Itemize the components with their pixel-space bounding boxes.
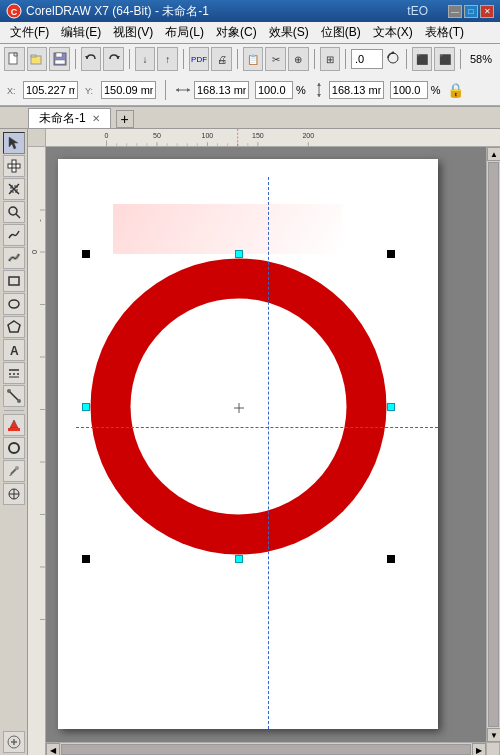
snap-btn[interactable]: ⊞ (320, 47, 341, 71)
menu-layout[interactable]: 布局(L) (159, 22, 210, 43)
handle-tl[interactable] (82, 250, 90, 258)
svg-point-41 (9, 443, 19, 453)
handle-bc[interactable] (235, 555, 243, 563)
polygon-tool[interactable] (3, 316, 25, 338)
svg-text:X:: X: (7, 86, 16, 96)
new-btn[interactable] (4, 47, 25, 71)
parallel-tool[interactable] (3, 362, 25, 384)
scroll-up-btn[interactable]: ▲ (487, 147, 500, 161)
tab-close-icon[interactable]: ✕ (92, 113, 100, 124)
rotation-input[interactable] (351, 49, 383, 69)
separator-line (4, 410, 24, 411)
close-btn[interactable]: ✕ (480, 5, 494, 18)
width-input[interactable] (194, 81, 249, 99)
tab-unnamed1[interactable]: 未命名-1 ✕ (28, 108, 111, 128)
svg-rect-30 (9, 277, 19, 285)
y-icon: Y: (84, 83, 98, 97)
undo-btn[interactable] (81, 47, 102, 71)
align2-btn[interactable]: ⬛ (434, 47, 455, 71)
handle-tc[interactable] (235, 250, 243, 258)
height-icon (312, 82, 326, 98)
svg-text:-: - (36, 219, 44, 222)
scroll-down-btn[interactable]: ▼ (487, 728, 500, 742)
align-btn[interactable]: ⬛ (412, 47, 433, 71)
lock-ratio-btn[interactable]: 🔒 (447, 82, 464, 98)
canvas-area[interactable]: 0 50 100 150 200 (28, 129, 500, 755)
background-shape (113, 204, 343, 254)
interactive-tool[interactable] (3, 483, 25, 505)
print-btn[interactable]: 🖨 (211, 47, 232, 71)
eyedropper-tool[interactable] (3, 460, 25, 482)
redo-btn[interactable] (103, 47, 124, 71)
scroll-thumb-h[interactable] (61, 744, 471, 755)
svg-text:200: 200 (302, 133, 314, 140)
outline-tool[interactable] (3, 437, 25, 459)
handle-tr[interactable] (387, 250, 395, 258)
title-controls[interactable]: — □ ✕ (448, 5, 494, 18)
handle-lc[interactable] (82, 403, 90, 411)
selector-tool[interactable] (3, 132, 25, 154)
svg-point-38 (7, 389, 11, 393)
crop-tool[interactable] (3, 178, 25, 200)
menu-file[interactable]: 文件(F) (4, 22, 55, 43)
scroll-thumb-v[interactable] (488, 162, 499, 727)
guide-vertical (268, 177, 269, 729)
zoom-tool[interactable] (3, 201, 25, 223)
pct1-label: % (296, 84, 306, 96)
svg-marker-18 (317, 83, 321, 86)
height-input[interactable] (329, 81, 384, 99)
open-btn[interactable] (27, 47, 48, 71)
node-tool[interactable] (3, 155, 25, 177)
title-bar: C CorelDRAW X7 (64-Bit) - 未命名-1 tEO — □ … (0, 0, 500, 22)
svg-text:0: 0 (105, 133, 109, 140)
svg-point-31 (9, 300, 19, 308)
export-btn[interactable]: ↑ (157, 47, 178, 71)
svg-marker-9 (116, 56, 120, 59)
left-toolbox: A (0, 129, 28, 755)
height-pct-input[interactable] (390, 81, 428, 99)
width-pct-input[interactable] (255, 81, 293, 99)
paste-btn[interactable]: 📋 (243, 47, 264, 71)
menu-edit[interactable]: 编辑(E) (55, 22, 107, 43)
menu-view[interactable]: 视图(V) (107, 22, 159, 43)
xy-icon: X: (6, 83, 20, 97)
circle-object[interactable] (86, 254, 391, 559)
handle-br[interactable] (387, 555, 395, 563)
fill-tool[interactable] (3, 414, 25, 436)
publish-btn[interactable]: PDF (189, 47, 210, 71)
scrollbar-horizontal[interactable]: ◀ ▶ (46, 742, 486, 755)
handle-bl[interactable] (82, 555, 90, 563)
tab-add-btn[interactable]: + (116, 110, 134, 128)
minimize-btn[interactable]: — (448, 5, 462, 18)
add-tool-btn[interactable] (3, 731, 25, 753)
svg-rect-7 (55, 60, 65, 64)
maximize-btn[interactable]: □ (464, 5, 478, 18)
svg-text:50: 50 (153, 133, 161, 140)
menu-object[interactable]: 对象(C) (210, 22, 263, 43)
menu-text[interactable]: 文本(X) (367, 22, 419, 43)
handle-rc[interactable] (387, 403, 395, 411)
artistic-media-tool[interactable] (3, 247, 25, 269)
ellipse-tool[interactable] (3, 293, 25, 315)
rectangle-tool[interactable] (3, 270, 25, 292)
x-coord-input[interactable] (23, 81, 78, 99)
svg-rect-51 (46, 129, 500, 146)
copy-btn[interactable]: ⊕ (288, 47, 309, 71)
menu-table[interactable]: 表格(T) (419, 22, 470, 43)
import-btn[interactable]: ↓ (135, 47, 156, 71)
connector-tool[interactable] (3, 385, 25, 407)
scrollbar-vertical[interactable]: ▲ ▼ (486, 147, 500, 742)
title-text: CorelDRAW X7 (64-Bit) - 未命名-1 (26, 3, 407, 20)
scroll-right-btn[interactable]: ▶ (472, 743, 486, 755)
freehand-tool[interactable] (3, 224, 25, 246)
menu-effects[interactable]: 效果(S) (263, 22, 315, 43)
y-coord-input[interactable] (101, 81, 156, 99)
svg-rect-22 (16, 164, 20, 168)
save-btn[interactable] (49, 47, 70, 71)
scroll-left-btn[interactable]: ◀ (46, 743, 60, 755)
cut-btn[interactable]: ✂ (265, 47, 286, 71)
svg-marker-15 (176, 88, 179, 92)
menu-bitmap[interactable]: 位图(B) (315, 22, 367, 43)
text-tool[interactable]: A (3, 339, 25, 361)
tab-row: 未命名-1 ✕ + (0, 107, 500, 129)
